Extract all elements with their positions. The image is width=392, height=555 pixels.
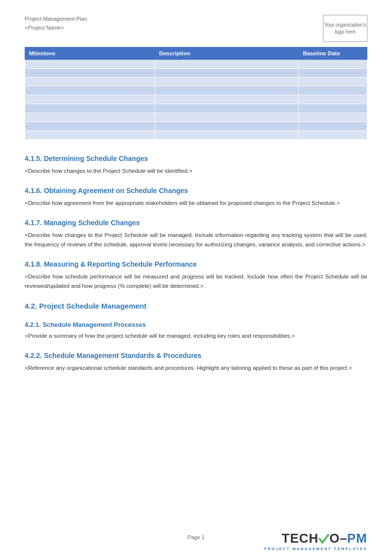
table-row bbox=[25, 122, 367, 131]
techno-pm-logo: TECH O – PM PROJECT MANAGEMENT TEMPLATES bbox=[264, 531, 367, 551]
col-milestone: Milestone bbox=[25, 47, 155, 60]
table-row bbox=[25, 78, 367, 86]
logo-no-text: O bbox=[329, 531, 340, 546]
body-417: <Describe how changes to the Project Sch… bbox=[25, 231, 367, 249]
logo-pm-text: PM bbox=[347, 531, 367, 546]
page: Project Management Plan <Project Name> Y… bbox=[0, 0, 392, 555]
table-row bbox=[25, 131, 367, 140]
body-418: <Describe how schedule performance will … bbox=[25, 272, 367, 291]
table-row bbox=[25, 95, 367, 104]
section-42: 4.2. Project Schedule Management bbox=[25, 302, 367, 310]
header-area: Project Management Plan <Project Name> Y… bbox=[0, 0, 392, 47]
project-name-label: <Project Name> bbox=[25, 24, 87, 33]
logo-dash-text: – bbox=[340, 531, 347, 546]
heading-416: 4.1.6. Obtaining Agreement on Schedule C… bbox=[25, 187, 367, 195]
body-415: <Describe how changes to the Project Sch… bbox=[25, 166, 367, 176]
body-416: <Describe how agreement from the appropr… bbox=[25, 198, 367, 208]
table-row bbox=[25, 86, 367, 95]
table-row bbox=[25, 113, 367, 122]
section-417: 4.1.7. Managing Schedule Changes <Descri… bbox=[25, 219, 367, 249]
table-row bbox=[25, 60, 367, 69]
org-logo-placeholder: Your organization's logo here bbox=[323, 15, 367, 42]
section-415: 4.1.5. Determining Schedule Changes <Des… bbox=[25, 155, 367, 176]
doc-type-label: Project Management Plan bbox=[25, 15, 87, 24]
table-row bbox=[25, 69, 367, 78]
page-indicator: Page 1 bbox=[188, 534, 205, 540]
heading-415: 4.1.5. Determining Schedule Changes bbox=[25, 155, 367, 162]
col-baseline-date: Baseline Date bbox=[299, 47, 367, 60]
heading-42: 4.2. Project Schedule Management bbox=[25, 302, 367, 310]
logo-checkmark-icon bbox=[318, 532, 329, 546]
section-421: 4.2.1. Schedule Management Processes <Pr… bbox=[25, 321, 367, 341]
body-421: <Provide a summary of how the project sc… bbox=[25, 331, 367, 341]
logo-sub-text: PROJECT MANAGEMENT TEMPLATES bbox=[264, 547, 367, 551]
table-header-row: Milestone Description Baseline Date bbox=[25, 47, 367, 60]
logo-tech-text: TECH bbox=[282, 531, 319, 546]
heading-417: 4.1.7. Managing Schedule Changes bbox=[25, 219, 367, 227]
heading-421: 4.2.1. Schedule Management Processes bbox=[25, 321, 367, 328]
col-description: Description bbox=[155, 47, 299, 60]
logo-main-text: TECH O – PM bbox=[282, 531, 367, 546]
section-422: 4.2.2. Schedule Management Standards & P… bbox=[25, 352, 367, 373]
header-left: Project Management Plan <Project Name> bbox=[25, 15, 87, 32]
milestone-table: Milestone Description Baseline Date bbox=[25, 47, 367, 140]
footer: Page 1 TECH O – PM PROJECT MANAGEMENT TE… bbox=[0, 515, 392, 555]
section-416: 4.1.6. Obtaining Agreement on Schedule C… bbox=[25, 187, 367, 208]
table-row bbox=[25, 104, 367, 113]
heading-422: 4.2.2. Schedule Management Standards & P… bbox=[25, 352, 367, 359]
body-422: <Reference any organizational schedule s… bbox=[25, 363, 367, 373]
content-area: Milestone Description Baseline Date 4.1.… bbox=[0, 47, 392, 423]
section-418: 4.1.8. Measuring & Reporting Schedule Pe… bbox=[25, 260, 367, 291]
heading-418: 4.1.8. Measuring & Reporting Schedule Pe… bbox=[25, 260, 367, 268]
